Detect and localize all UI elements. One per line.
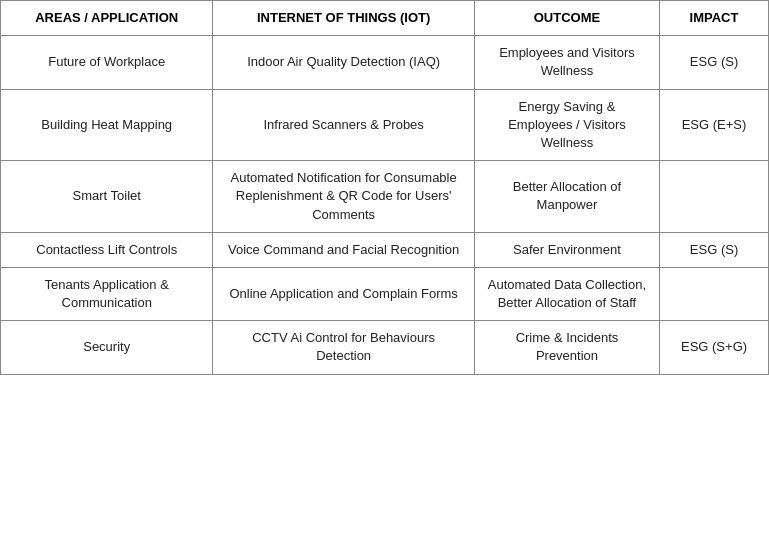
cell-area: Contactless Lift Controls xyxy=(1,232,213,267)
cell-iot: CCTV Ai Control for Behaviours Detection xyxy=(213,321,474,374)
table-row: Smart ToiletAutomated Notification for C… xyxy=(1,161,769,233)
cell-area: Tenants Application & Communication xyxy=(1,267,213,320)
table-row: Future of WorkplaceIndoor Air Quality De… xyxy=(1,36,769,89)
table-header-row: AREAS / APPLICATION INTERNET of THINGS (… xyxy=(1,1,769,36)
cell-area: Building Heat Mapping xyxy=(1,89,213,161)
cell-outcome: Better Allocation of Manpower xyxy=(474,161,659,233)
cell-outcome: Energy Saving & Employees / Visitors Wel… xyxy=(474,89,659,161)
table-row: Building Heat MappingInfrared Scanners &… xyxy=(1,89,769,161)
cell-iot: Infrared Scanners & Probes xyxy=(213,89,474,161)
cell-area: Smart Toilet xyxy=(1,161,213,233)
cell-impact: ESG (S+G) xyxy=(660,321,769,374)
cell-impact xyxy=(660,267,769,320)
cell-iot: Automated Notification for Consumable Re… xyxy=(213,161,474,233)
cell-area: Security xyxy=(1,321,213,374)
cell-impact: ESG (E+S) xyxy=(660,89,769,161)
header-areas: AREAS / APPLICATION xyxy=(1,1,213,36)
cell-area: Future of Workplace xyxy=(1,36,213,89)
cell-impact: ESG (S) xyxy=(660,232,769,267)
cell-impact: ESG (S) xyxy=(660,36,769,89)
cell-outcome: Employees and Visitors Wellness xyxy=(474,36,659,89)
table-row: Contactless Lift ControlsVoice Command a… xyxy=(1,232,769,267)
cell-iot: Voice Command and Facial Recognition xyxy=(213,232,474,267)
cell-outcome: Safer Environment xyxy=(474,232,659,267)
cell-iot: Indoor Air Quality Detection (IAQ) xyxy=(213,36,474,89)
table-row: SecurityCCTV Ai Control for Behaviours D… xyxy=(1,321,769,374)
cell-outcome: Automated Data Collection, Better Alloca… xyxy=(474,267,659,320)
header-outcome: OUTCOME xyxy=(474,1,659,36)
cell-outcome: Crime & Incidents Prevention xyxy=(474,321,659,374)
header-impact: IMPACT xyxy=(660,1,769,36)
cell-impact xyxy=(660,161,769,233)
header-iot: INTERNET of THINGS (IoT) xyxy=(213,1,474,36)
cell-iot: Online Application and Complain Forms xyxy=(213,267,474,320)
table-row: Tenants Application & CommunicationOnlin… xyxy=(1,267,769,320)
iot-table: AREAS / APPLICATION INTERNET of THINGS (… xyxy=(0,0,769,375)
